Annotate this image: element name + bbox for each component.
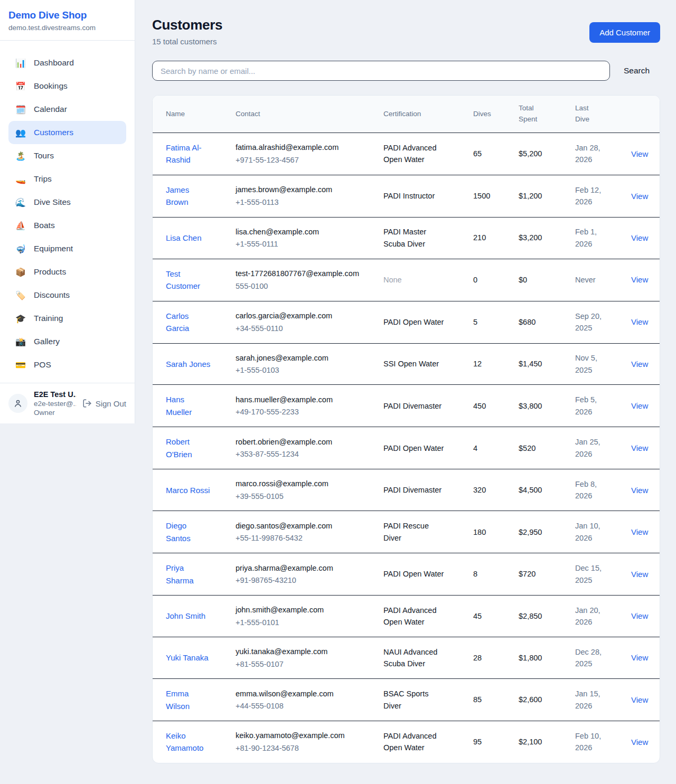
view-link[interactable]: View: [631, 695, 648, 704]
customer-last-dive: Jan 10, 2026: [569, 511, 625, 553]
table-row: Priya Sharma priya.sharma@example.com +9…: [153, 553, 660, 596]
customer-dives: 5: [467, 301, 512, 343]
view-link[interactable]: View: [631, 149, 648, 158]
customer-total-spent: $4,500: [512, 469, 569, 511]
customer-total-spent: $2,600: [512, 679, 569, 721]
customer-total-spent: $720: [512, 553, 569, 596]
sidebar-item-products[interactable]: 📦 Products: [8, 260, 126, 284]
customer-phone: +971-55-123-4567: [236, 154, 371, 166]
customers-table: Name Contact Certification Dives Total S…: [153, 96, 660, 763]
customer-certification: PADI Rescue Diver: [383, 522, 429, 542]
view-link[interactable]: View: [631, 611, 648, 620]
avatar: [8, 394, 27, 413]
view-link[interactable]: View: [631, 401, 648, 410]
customer-last-dive: Dec 15, 2025: [569, 553, 625, 596]
customer-dives: 320: [467, 469, 512, 511]
view-link[interactable]: View: [631, 570, 648, 579]
customer-name-link[interactable]: Robert O'Brien: [166, 437, 192, 458]
customer-name-link[interactable]: Keiko Yamamoto: [166, 731, 203, 752]
customer-total-spent: $1,200: [512, 175, 569, 217]
view-link[interactable]: View: [631, 317, 648, 326]
people-icon: 👥: [15, 128, 26, 138]
diving-mask-icon: 🤿: [15, 244, 26, 254]
customer-email: carlos.garcia@example.com: [236, 310, 371, 322]
shop-name: Demo Dive Shop: [8, 10, 126, 21]
customer-name-link[interactable]: Priya Sharma: [166, 563, 194, 584]
view-link[interactable]: View: [631, 275, 648, 284]
view-link[interactable]: View: [631, 653, 648, 662]
view-link[interactable]: View: [631, 192, 648, 201]
sign-out-button[interactable]: Sign Out: [82, 399, 126, 408]
customer-name-link[interactable]: Hans Mueller: [166, 395, 192, 416]
customer-phone: +49-170-555-2233: [236, 406, 371, 418]
customer-name-link[interactable]: Marco Rossi: [166, 486, 210, 495]
customer-dives: 180: [467, 511, 512, 553]
wave-icon: 🌊: [15, 197, 26, 207]
view-link[interactable]: View: [631, 443, 648, 452]
sidebar-item-gallery[interactable]: 📸 Gallery: [8, 330, 126, 353]
sidebar-item-equipment[interactable]: 🤿 Equipment: [8, 237, 126, 260]
customer-last-dive: Dec 28, 2025: [569, 637, 625, 679]
customer-phone: +1-555-0111: [236, 238, 371, 250]
sidebar-item-bookings[interactable]: 📅 Bookings: [8, 74, 126, 98]
sidebar-item-training[interactable]: 🎓 Training: [8, 307, 126, 330]
add-customer-button[interactable]: Add Customer: [589, 22, 660, 43]
customer-phone: +44-555-0108: [236, 700, 371, 712]
camera-icon: 📸: [15, 337, 26, 347]
search-button[interactable]: Search: [624, 66, 650, 75]
sidebar-item-boats[interactable]: ⛵ Boats: [8, 214, 126, 237]
customer-email: john.smith@example.com: [236, 604, 371, 616]
customer-name-link[interactable]: Fatima Al-Rashid: [166, 143, 202, 164]
customer-name-link[interactable]: Lisa Chen: [166, 233, 202, 242]
column-header-actions: [625, 96, 660, 133]
package-icon: 📦: [15, 267, 26, 277]
customer-email: diego.santos@example.com: [236, 520, 371, 532]
customer-total-spent: $680: [512, 301, 569, 343]
customer-last-dive: Jan 15, 2026: [569, 679, 625, 721]
customer-certification: PADI Open Water: [383, 318, 444, 326]
customer-name-link[interactable]: Carlos Garcia: [166, 311, 189, 333]
customer-phone: +353-87-555-1234: [236, 448, 371, 460]
view-link[interactable]: View: [631, 233, 648, 242]
view-link[interactable]: View: [631, 527, 648, 536]
sidebar-item-dashboard[interactable]: 📊 Dashboard: [8, 51, 126, 74]
customer-email: sarah.jones@example.com: [236, 352, 371, 364]
customer-name-link[interactable]: Diego Santos: [166, 521, 191, 542]
customer-name-link[interactable]: James Brown: [166, 185, 189, 206]
search-bar: Search: [152, 61, 660, 81]
table-row: Robert O'Brien robert.obrien@example.com…: [153, 427, 660, 469]
customer-phone: +34-555-0110: [236, 323, 371, 334]
customer-total-spent: $2,850: [512, 596, 569, 637]
table-row: Hans Mueller hans.mueller@example.com +4…: [153, 385, 660, 427]
customer-dives: 28: [467, 637, 512, 679]
sidebar-item-trips[interactable]: 🚤 Trips: [8, 167, 126, 191]
main-content: Customers 15 total customers Add Custome…: [135, 0, 676, 781]
user-email: e2e-tester@...: [34, 400, 76, 408]
sidebar-item-customers[interactable]: 👥 Customers: [8, 121, 126, 144]
column-header-last-dive: Last Dive: [569, 96, 625, 133]
customer-name-link[interactable]: Yuki Tanaka: [166, 653, 209, 662]
customer-name-link[interactable]: Test Customer: [166, 269, 200, 290]
customer-phone: +81-90-1234-5678: [236, 742, 371, 754]
customer-last-dive: Feb 5, 2026: [569, 385, 625, 427]
customer-name-link[interactable]: Sarah Jones: [166, 360, 210, 369]
person-icon: [13, 399, 23, 408]
view-link[interactable]: View: [631, 360, 648, 369]
sidebar-item-discounts[interactable]: 🏷️ Discounts: [8, 284, 126, 307]
customer-name-link[interactable]: John Smith: [166, 611, 205, 620]
table-row: Test Customer test-1772681807767@example…: [153, 259, 660, 301]
customer-certification: None: [383, 276, 402, 284]
customer-last-dive: Feb 8, 2026: [569, 469, 625, 511]
user-section: E2E Test U... e2e-tester@... Owner Sign …: [0, 383, 135, 423]
customer-certification: PADI Master Scuba Diver: [383, 228, 426, 248]
view-link[interactable]: View: [631, 486, 648, 495]
customer-phone: +1-555-0113: [236, 196, 371, 208]
view-link[interactable]: View: [631, 738, 648, 747]
sidebar-item-calendar[interactable]: 🗓️ Calendar: [8, 98, 126, 121]
sidebar-item-tours[interactable]: 🏝️ Tours: [8, 144, 126, 167]
customer-phone: +1-555-0101: [236, 617, 371, 628]
sidebar-item-pos[interactable]: 💳 POS: [8, 353, 126, 376]
sidebar-item-dive-sites[interactable]: 🌊 Dive Sites: [8, 191, 126, 214]
search-input[interactable]: [152, 61, 610, 81]
customer-name-link[interactable]: Emma Wilson: [166, 689, 190, 710]
